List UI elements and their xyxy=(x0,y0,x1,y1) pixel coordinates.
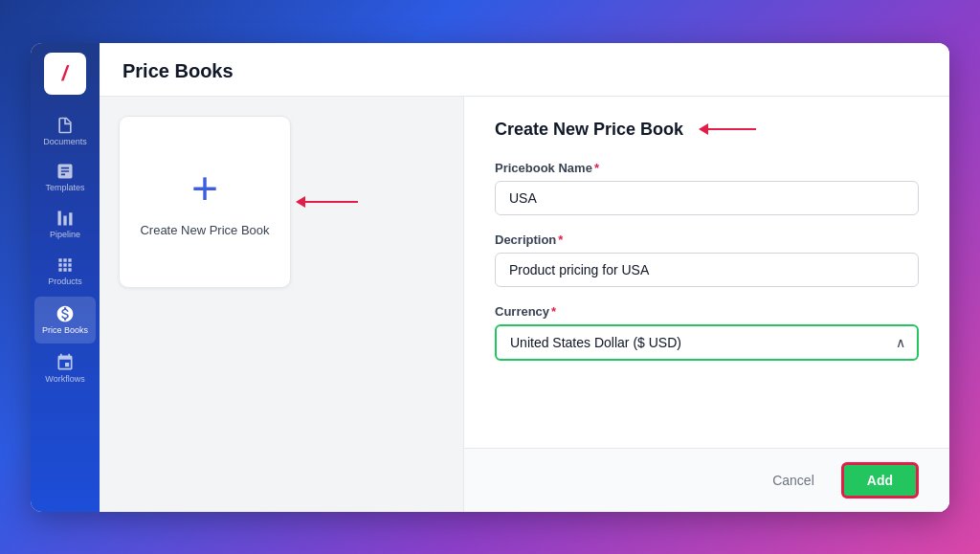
description-input[interactable] xyxy=(495,253,919,287)
document-icon xyxy=(56,116,75,135)
sidebar-workflows-label: Workflows xyxy=(45,375,84,385)
form-title-row: Create New Price Book xyxy=(495,120,919,140)
arrow-head xyxy=(296,196,305,208)
sidebar-item-products[interactable]: Products xyxy=(31,248,100,295)
title-arrow-shaft xyxy=(708,128,756,130)
sidebar-products-label: Products xyxy=(48,277,82,287)
sidebar: / Documents Templates Pipeline Products … xyxy=(31,43,100,512)
left-panel: + Create New Price Book xyxy=(100,97,463,512)
cancel-button[interactable]: Cancel xyxy=(761,465,826,496)
pricebook-name-input[interactable] xyxy=(495,181,919,215)
title-arrow xyxy=(699,123,756,135)
description-label: Decription * xyxy=(495,233,919,247)
required-star-currency: * xyxy=(551,304,556,319)
required-star-description: * xyxy=(558,233,563,247)
card-label: Create New Price Book xyxy=(140,223,269,237)
content-header: Price Books xyxy=(100,43,949,97)
add-button[interactable]: Add xyxy=(841,462,919,499)
sidebar-item-workflows[interactable]: Workflows xyxy=(31,345,100,392)
form-area: Create New Price Book Pricebook Name * xyxy=(464,97,949,448)
pricebooks-icon xyxy=(56,304,75,323)
plus-icon: + xyxy=(191,166,218,211)
arrow-shaft xyxy=(305,201,358,203)
currency-select[interactable]: United States Dollar ($ USD) Euro (€ EUR… xyxy=(495,324,919,361)
main-container: / Documents Templates Pipeline Products … xyxy=(31,43,949,512)
form-title: Create New Price Book xyxy=(495,120,683,140)
required-star-name: * xyxy=(594,161,599,175)
sidebar-pricebooks-label: Price Books xyxy=(42,326,88,336)
workflows-icon xyxy=(56,353,75,372)
form-footer: Cancel Add xyxy=(464,448,949,512)
products-icon xyxy=(56,255,75,275)
sidebar-templates-label: Templates xyxy=(45,184,84,193)
currency-select-wrapper: United States Dollar ($ USD) Euro (€ EUR… xyxy=(495,324,919,361)
title-arrow-head xyxy=(699,123,708,135)
app-logo[interactable]: / xyxy=(44,53,86,95)
sidebar-pipeline-label: Pipeline xyxy=(50,231,80,240)
pricebook-name-label: Pricebook Name * xyxy=(495,161,919,175)
sidebar-item-documents[interactable]: Documents xyxy=(31,108,100,155)
sidebar-documents-label: Documents xyxy=(43,138,87,147)
sidebar-item-price-books[interactable]: Price Books xyxy=(34,297,96,343)
sidebar-item-pipeline[interactable]: Pipeline xyxy=(31,201,100,248)
currency-label: Currency * xyxy=(495,304,919,319)
content-body: + Create New Price Book Create New Price… xyxy=(100,97,949,512)
card-arrow xyxy=(296,196,358,208)
pricebook-name-group: Pricebook Name * xyxy=(495,161,919,215)
currency-group: Currency * United States Dollar ($ USD) … xyxy=(495,304,919,361)
pipeline-icon xyxy=(56,209,75,228)
page-title: Price Books xyxy=(122,60,926,82)
sidebar-item-templates[interactable]: Templates xyxy=(31,154,100,201)
content-area: Price Books + Create New Price Book xyxy=(100,43,949,512)
description-group: Decription * xyxy=(495,233,919,287)
right-panel: Create New Price Book Pricebook Name * xyxy=(464,97,949,512)
create-new-price-book-card[interactable]: + Create New Price Book xyxy=(119,116,291,288)
template-icon xyxy=(56,162,75,181)
logo-slash: / xyxy=(60,61,71,86)
